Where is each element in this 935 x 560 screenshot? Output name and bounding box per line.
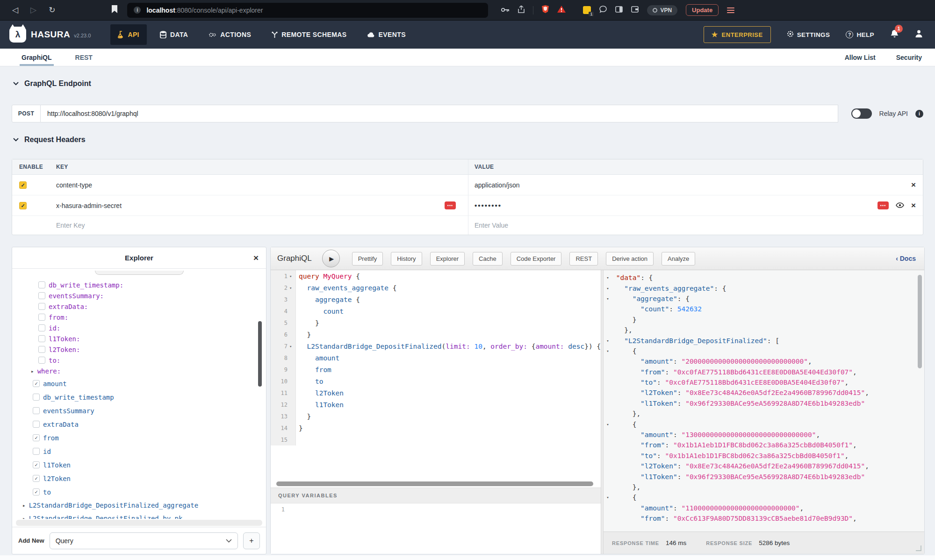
- explorer-field-eventssummary[interactable]: eventsSummary: [12, 404, 266, 417]
- relay-api-toggle[interactable]: [851, 108, 872, 119]
- enable-checkbox[interactable]: [19, 181, 27, 189]
- fold-caret-icon[interactable]: ▾: [604, 338, 612, 343]
- explorer-field-id[interactable]: id: [12, 445, 266, 458]
- new-header-value-input[interactable]: Enter Value: [468, 216, 923, 235]
- fold-caret-icon[interactable]: ▾: [604, 349, 612, 353]
- security-link[interactable]: Security: [896, 54, 922, 61]
- fold-caret-icon[interactable]: ▾: [289, 270, 296, 282]
- reload-icon[interactable]: ↻: [49, 5, 55, 15]
- enable-checkbox[interactable]: [19, 202, 27, 209]
- explorer-field-l1token[interactable]: l1Token: [12, 458, 266, 472]
- explorer-arg-where[interactable]: ▸where:: [12, 366, 266, 377]
- explorer-field-to[interactable]: to: [12, 485, 266, 499]
- checkbox[interactable]: [38, 346, 45, 353]
- nav-item-data[interactable]: DATA: [152, 24, 195, 45]
- add-operation-button[interactable]: +: [243, 532, 260, 549]
- docs-link[interactable]: ‹ Docs: [896, 255, 916, 262]
- query-editor[interactable]: 1▾query MyQuery {2▾ raw_events_aggregate…: [271, 270, 601, 481]
- explorer-arg-l1token[interactable]: l1Token:: [12, 333, 266, 344]
- checkbox[interactable]: [33, 434, 40, 441]
- fold-caret-icon[interactable]: ▾: [289, 340, 296, 352]
- explorer-field-from[interactable]: from: [12, 431, 266, 445]
- enterprise-button[interactable]: ★ ENTERPRISE: [704, 26, 771, 43]
- password-manager-icon[interactable]: •••: [877, 201, 889, 209]
- checkbox[interactable]: [33, 407, 40, 414]
- checkbox[interactable]: [38, 314, 45, 321]
- query-variables-header[interactable]: QUERY VARIABLES: [271, 488, 601, 503]
- help-button[interactable]: ? HELP: [846, 31, 874, 38]
- checkbox[interactable]: [33, 488, 40, 495]
- toolbar-button-explorer[interactable]: Explorer: [430, 252, 465, 266]
- toolbar-button-prettify[interactable]: Prettify: [352, 252, 383, 266]
- checkbox[interactable]: [33, 394, 40, 401]
- checkbox[interactable]: [33, 421, 40, 428]
- response-scrollbar[interactable]: [918, 275, 922, 368]
- bookmark-icon[interactable]: [111, 5, 118, 15]
- tab-graphiql[interactable]: GraphiQL: [20, 49, 54, 66]
- execute-query-button[interactable]: ▶: [322, 250, 340, 267]
- brave-shield-icon[interactable]: [542, 5, 549, 15]
- operation-type-select[interactable]: Query: [50, 532, 238, 549]
- fold-caret-icon[interactable]: ▾: [604, 422, 612, 427]
- collapse-arrow-icon[interactable]: ▸: [22, 503, 26, 509]
- back-icon[interactable]: ◁: [12, 5, 18, 15]
- fold-caret-icon[interactable]: ▾: [604, 286, 612, 291]
- close-explorer-icon[interactable]: ×: [253, 253, 259, 262]
- explorer-root-l2standardbridge-depositfinalized-aggregate[interactable]: ▸L2StandardBridge_DepositFinalized_aggre…: [12, 499, 266, 512]
- fold-caret-icon[interactable]: ▾: [289, 282, 296, 294]
- notes-extension-icon[interactable]: 1: [583, 6, 591, 14]
- explorer-root-l2standardbridge-depositfinalized-by-pk[interactable]: ▸L2StandardBridge_DepositFinalized_by_pk: [12, 512, 266, 519]
- explorer-field-extradata[interactable]: extraData: [12, 417, 266, 431]
- header-value-input[interactable]: •••••••• ••• ×: [468, 195, 923, 215]
- fold-caret-icon[interactable]: ▾: [604, 275, 612, 280]
- checkbox[interactable]: [38, 303, 45, 310]
- checkbox[interactable]: [38, 335, 45, 342]
- explorer-arg-extradata[interactable]: extraData:: [12, 301, 266, 312]
- url-bar[interactable]: i localhost:8080/console/api/api-explore…: [127, 3, 488, 18]
- nav-item-remote-schemas[interactable]: REMOTE SCHEMAS: [264, 24, 354, 45]
- header-key-input[interactable]: x-hasura-admin-secret •••: [49, 202, 468, 209]
- lasso-extension-icon[interactable]: [599, 6, 607, 15]
- user-button[interactable]: [915, 29, 923, 40]
- key-icon[interactable]: [501, 6, 510, 14]
- password-manager-icon[interactable]: •••: [445, 201, 456, 209]
- toolbar-button-analyze[interactable]: Analyze: [662, 252, 695, 266]
- toolbar-button-derive-action[interactable]: Derive action: [606, 252, 654, 266]
- vpn-button[interactable]: VPN: [647, 5, 677, 15]
- sidebar-toggle-icon[interactable]: [615, 6, 623, 14]
- explorer-arg-db-write-timestamp[interactable]: db_write_timestamp:: [12, 280, 266, 290]
- editor-horizontal-scrollbar[interactable]: [276, 481, 593, 486]
- browser-update-button[interactable]: Update: [686, 4, 719, 16]
- fold-caret-icon[interactable]: ▾: [604, 495, 612, 500]
- checkbox[interactable]: [38, 281, 45, 288]
- toolbar-button-history[interactable]: History: [391, 252, 422, 266]
- tab-rest[interactable]: REST: [73, 49, 94, 66]
- new-header-key-input[interactable]: Enter Key: [49, 222, 468, 229]
- explorer-field-amount[interactable]: amount: [12, 377, 266, 390]
- resize-handle[interactable]: [916, 546, 921, 551]
- explorer-arg-id[interactable]: id:: [12, 323, 266, 333]
- checkbox[interactable]: [33, 475, 40, 482]
- explorer-field-tree[interactable]: db_write_timestamp:eventsSummary:extraDa…: [12, 269, 266, 519]
- allow-list-link[interactable]: Allow List: [845, 54, 876, 61]
- remove-header-icon[interactable]: ×: [911, 181, 916, 189]
- explorer-arg-from[interactable]: from:: [12, 312, 266, 323]
- warning-triangle-icon[interactable]: [557, 6, 566, 14]
- explorer-field-db-write-timestamp[interactable]: db_write_timestamp: [12, 390, 266, 404]
- checkbox[interactable]: [33, 380, 40, 387]
- nav-item-actions[interactable]: ACTIONS: [201, 24, 259, 45]
- explorer-field-l2token[interactable]: l2Token: [12, 472, 266, 485]
- hasura-logo[interactable]: λ: [9, 27, 26, 43]
- header-value-input[interactable]: application/json ×: [468, 175, 923, 195]
- checkbox[interactable]: [38, 324, 45, 331]
- checkbox[interactable]: [38, 357, 45, 364]
- remove-header-icon[interactable]: ×: [911, 201, 916, 209]
- query-variables-editor[interactable]: 1: [271, 503, 601, 554]
- explorer-arg-eventssummary[interactable]: eventsSummary:: [12, 290, 266, 301]
- toolbar-button-code-exporter[interactable]: Code Exporter: [511, 252, 562, 266]
- forward-icon[interactable]: ▷: [30, 5, 36, 15]
- nav-item-api[interactable]: API: [110, 24, 147, 45]
- info-icon[interactable]: i: [915, 110, 923, 118]
- collapse-arrow-icon[interactable]: ▸: [22, 516, 26, 519]
- explorer-horizontal-scrollbar[interactable]: [16, 520, 262, 526]
